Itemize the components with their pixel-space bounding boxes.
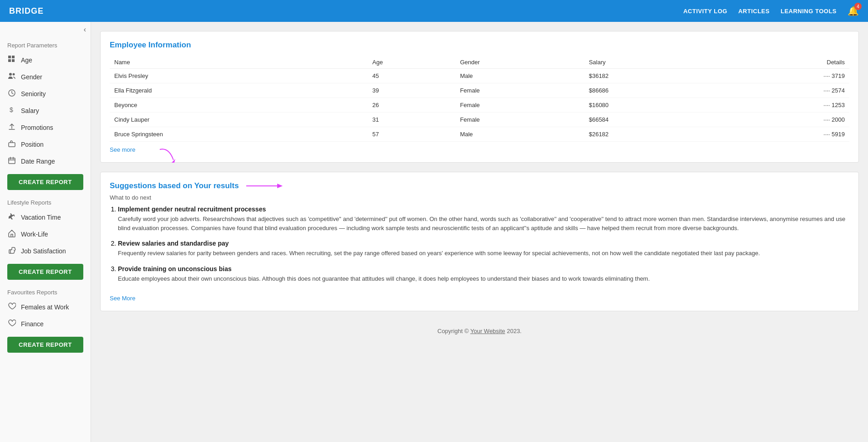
cell-name: Ella Fitzgerald — [110, 83, 368, 98]
employee-table: Name Age Gender Salary Details Elvis Pre… — [110, 56, 849, 142]
footer-link[interactable]: Your Website — [470, 328, 505, 334]
sidebar-item-seniority[interactable]: Seniority — [0, 85, 91, 102]
sidebar-item-daterange[interactable]: Date Range — [0, 153, 91, 170]
arrow-annotation-svg — [155, 147, 183, 165]
notification-bell[interactable]: 🔔 4 — [848, 5, 859, 16]
sidebar-item-promotions[interactable]: Promotions — [0, 119, 91, 136]
svg-point-4 — [9, 73, 12, 76]
cell-gender: Male — [456, 127, 584, 142]
learning-tools-link[interactable]: LEARNING TOOLS — [781, 8, 837, 15]
create-report-button-2[interactable]: CREATE REPORT — [7, 264, 83, 280]
sidebar-item-gender[interactable]: Gender — [0, 68, 91, 85]
cell-gender: Female — [456, 98, 584, 113]
sidebar: ‹ Report Parameters Age Gender Seniority… — [0, 22, 91, 442]
sidebar-collapse-button[interactable]: ‹ — [84, 26, 86, 34]
svg-rect-0 — [8, 56, 11, 58]
suggestion-title: Implement gender neutral recruitment pro… — [118, 206, 266, 213]
sidebar-jobsatisfaction-label: Job Satisfaction — [21, 247, 66, 255]
table-row: Cindy Lauper31Female$66584···· 2000 — [110, 113, 849, 127]
svg-rect-2 — [8, 59, 11, 62]
sidebar-seniority-label: Seniority — [21, 90, 46, 98]
table-row: Bruce Springsteen57Male$26182···· 5919 — [110, 127, 849, 142]
cell-details: ···· 1253 — [713, 98, 849, 113]
pink-arrow-annotation — [246, 181, 283, 190]
calendar-icon — [7, 156, 16, 166]
cell-age: 39 — [368, 83, 456, 98]
suggestion-item: Provide training on unconscious biasEduc… — [118, 265, 849, 283]
suggestions-list: Implement gender neutral recruitment pro… — [110, 206, 849, 283]
svg-point-5 — [13, 73, 15, 76]
table-row: Beyonce26Female$16080···· 1253 — [110, 98, 849, 113]
cell-name: Beyonce — [110, 98, 368, 113]
cell-gender: Male — [456, 69, 584, 83]
sidebar-item-salary[interactable]: $ Salary — [0, 102, 91, 119]
sidebar-salary-label: Salary — [21, 107, 39, 114]
suggestion-item: Review salaries and standardise payFrequ… — [118, 240, 849, 258]
cell-salary: $66584 — [584, 113, 713, 127]
suggestion-item: Implement gender neutral recruitment pro… — [118, 206, 849, 232]
people-icon — [7, 72, 16, 82]
sidebar-daterange-label: Date Range — [21, 158, 55, 165]
table-row: Elvis Presley45Male$36182···· 3719 — [110, 69, 849, 83]
col-header-name: Name — [110, 56, 368, 69]
sidebar-item-vacation[interactable]: Vacation Time — [0, 209, 91, 226]
sidebar-gender-label: Gender — [21, 73, 42, 81]
create-report-button-3[interactable]: CREATE REPORT — [7, 337, 83, 353]
home-icon — [7, 229, 16, 239]
footer-copyright: Copyright © — [437, 328, 470, 334]
svg-rect-8 — [9, 143, 15, 147]
sidebar-item-age[interactable]: Age — [0, 51, 91, 68]
cell-salary: $26182 — [584, 127, 713, 142]
col-header-gender: Gender — [456, 56, 584, 69]
suggestion-body: Educate employees about their own uncons… — [118, 274, 849, 283]
cell-age: 26 — [368, 98, 456, 113]
activity-log-link[interactable]: ACTIVITY LOG — [683, 8, 727, 15]
create-report-button-1[interactable]: CREATE REPORT — [7, 174, 83, 190]
sidebar-item-jobsatisfaction[interactable]: Job Satisfaction — [0, 242, 91, 259]
sidebar-favourites-label: Favourites Reports — [0, 284, 91, 298]
sidebar-item-position[interactable]: Position — [0, 136, 91, 153]
sidebar-position-label: Position — [21, 141, 44, 148]
thumb-icon — [7, 246, 16, 256]
sidebar-item-females[interactable]: Females at Work — [0, 298, 91, 315]
dollar-icon: $ — [7, 106, 16, 115]
svg-rect-9 — [9, 158, 15, 164]
svg-rect-1 — [12, 56, 15, 58]
cell-name: Elvis Presley — [110, 69, 368, 83]
sidebar-females-label: Females at Work — [21, 303, 69, 311]
briefcase-icon — [7, 139, 16, 149]
cell-age: 45 — [368, 69, 456, 83]
sidebar-toggle-area: ‹ — [0, 22, 91, 37]
cell-details: ···· 2000 — [713, 113, 849, 127]
sidebar-lifestyle-label: Lifestyle Reports — [0, 195, 91, 209]
main-layout: ‹ Report Parameters Age Gender Seniority… — [0, 22, 868, 442]
see-more-link[interactable]: See more — [110, 146, 135, 153]
sidebar-item-worklife[interactable]: Work-Life — [0, 226, 91, 242]
cell-salary: $86686 — [584, 83, 713, 98]
col-header-salary: Salary — [584, 56, 713, 69]
cell-salary: $16080 — [584, 98, 713, 113]
main-content: Employee Information Name Age Gender Sal… — [91, 22, 868, 442]
footer-year: 2023. — [505, 328, 522, 334]
what-to-do-label: What to do next — [110, 194, 849, 201]
grid-icon — [7, 55, 16, 65]
articles-link[interactable]: ARTICLES — [738, 8, 770, 15]
sidebar-worklife-label: Work-Life — [21, 231, 48, 238]
top-navigation: BRIDGE ACTIVITY LOG ARTICLES LEARNING TO… — [0, 0, 868, 22]
cell-name: Cindy Lauper — [110, 113, 368, 127]
sidebar-item-finance[interactable]: Finance — [0, 315, 91, 332]
brand-logo: BRIDGE — [9, 6, 44, 16]
table-row: Ella Fitzgerald39Female$86686···· 2574 — [110, 83, 849, 98]
page-footer: Copyright © Your Website 2023. — [100, 320, 859, 342]
cell-details: ···· 3719 — [713, 69, 849, 83]
cell-details: ···· 2574 — [713, 83, 849, 98]
pink-arrow-icon — [246, 181, 283, 190]
upload-icon — [7, 123, 16, 132]
sidebar-finance-label: Finance — [21, 320, 44, 328]
svg-marker-12 — [277, 184, 283, 188]
suggestions-title: Suggestions based on Your results — [110, 181, 239, 190]
see-more-suggestions-link[interactable]: See More — [110, 295, 135, 302]
employee-info-title: Employee Information — [110, 41, 849, 50]
cell-age: 57 — [368, 127, 456, 142]
employee-info-card: Employee Information Name Age Gender Sal… — [100, 31, 859, 163]
